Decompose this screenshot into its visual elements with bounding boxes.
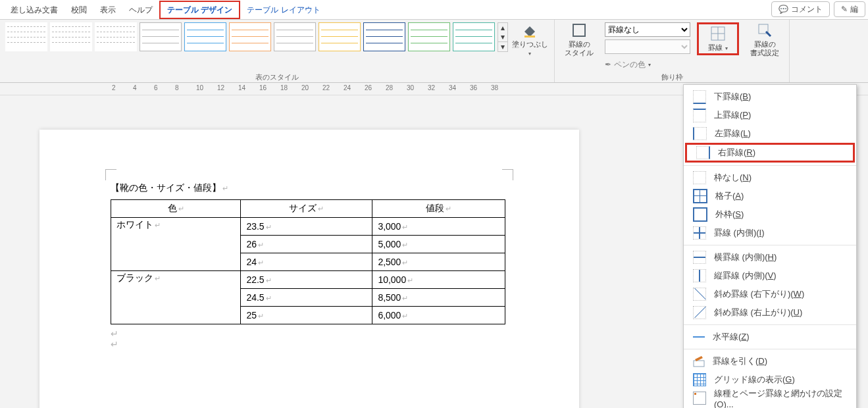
menu-top-border[interactable]: 上罫線(P) xyxy=(684,106,856,124)
td-color[interactable]: ホワイト↵ xyxy=(111,218,241,271)
menu-separator xyxy=(684,324,856,325)
td-size[interactable]: 22.5↵ xyxy=(241,271,372,289)
edit-button[interactable]: ✎ 編 xyxy=(834,1,865,17)
table-row[interactable]: ホワイト↵ 23.5↵ 3,000↵ xyxy=(111,218,505,236)
left-border-icon xyxy=(693,127,707,140)
borders-dropdown-menu: 下罫線(B) 上罫線(P) 左罫線(L) 右罫線(R) 枠なし(N) 格子(A)… xyxy=(683,84,857,408)
table-style-grid-6[interactable] xyxy=(363,22,405,51)
table-style-grid-1[interactable] xyxy=(140,22,182,51)
svg-rect-0 xyxy=(524,36,535,38)
border-options-stack: 罫線なし ✒ ペンの色 ▾ xyxy=(605,22,690,72)
table-style-gallery-expand[interactable]: ▴ ▾ ▾ xyxy=(498,22,508,52)
table-header-row[interactable]: 色↵ サイズ↵ 値段↵ xyxy=(111,200,505,218)
th-price[interactable]: 値段↵ xyxy=(372,200,505,218)
ruler-tick: 4 xyxy=(133,84,137,91)
comment-button[interactable]: 💬 コメント xyxy=(771,1,830,17)
ruler-tick: 18 xyxy=(280,84,288,91)
border-format-button[interactable]: 罫線の 書式設定 xyxy=(746,22,784,57)
td-price[interactable]: 8,500↵ xyxy=(372,289,505,307)
page-content[interactable]: 【靴の色・サイズ・値段】↵ 色↵ サイズ↵ 値段↵ ホワイト↵ 23.5↵ 3,… xyxy=(111,182,508,349)
pen-color-button[interactable]: ✒ ペンの色 ▾ xyxy=(605,57,690,72)
ruler-tick: 28 xyxy=(386,84,393,91)
menu-outside-borders[interactable]: 外枠(S) xyxy=(684,205,856,224)
ribbon-tabs: 差し込み文書 校閲 表示 ヘルプ テーブル デザイン テーブル レイアウト xyxy=(0,0,868,20)
ruler-tick: 12 xyxy=(217,84,224,91)
pencil-icon: ✎ xyxy=(841,5,848,14)
margin-corner-tl xyxy=(105,169,116,180)
tab-mailings[interactable]: 差し込み文書 xyxy=(4,0,64,20)
menu-diagonal-down[interactable]: 斜め罫線 (右下がり)(W) xyxy=(684,285,856,303)
menu-all-borders[interactable]: 格子(A) xyxy=(684,187,856,205)
paragraph-mark: ↵ xyxy=(111,339,508,349)
shading-button[interactable]: 塗りつぶし ▾ xyxy=(511,22,549,57)
table-row[interactable]: ブラック↵ 22.5↵ 10,000↵ xyxy=(111,271,505,289)
ruler-tick: 6 xyxy=(154,84,158,91)
table-style-plain-1[interactable] xyxy=(5,22,47,51)
border-weight-select[interactable] xyxy=(605,39,690,54)
menu-inside-horizontal[interactable]: 横罫線 (内側)(H) xyxy=(684,248,856,267)
no-border-icon xyxy=(693,171,706,184)
border-styles-button[interactable]: 罫線の スタイル xyxy=(560,22,598,57)
tab-table-layout[interactable]: テーブル レイアウト xyxy=(240,0,326,20)
table-style-grid-3[interactable] xyxy=(229,22,271,51)
td-price[interactable]: 3,000↵ xyxy=(372,218,505,236)
td-size[interactable]: 24.5↵ xyxy=(241,289,372,307)
menu-inside-vertical[interactable]: 縦罫線 (内側)(V) xyxy=(684,267,856,285)
ruler-tick: 22 xyxy=(322,84,330,91)
menu-horizontal-line[interactable]: 水平線(Z) xyxy=(684,328,856,346)
ruler-tick: 8 xyxy=(175,84,179,91)
table-style-grid-4[interactable] xyxy=(274,22,316,51)
tab-view[interactable]: 表示 xyxy=(93,0,122,20)
tab-table-design[interactable]: テーブル デザイン xyxy=(159,1,240,19)
menu-view-gridlines[interactable]: グリッド線の表示(G) xyxy=(684,370,856,389)
table-style-grid-8[interactable] xyxy=(453,22,495,51)
diagonal-down-icon xyxy=(693,288,706,301)
menu-draw-border[interactable]: 罫線を引く(D) xyxy=(684,352,856,370)
document-title-line[interactable]: 【靴の色・サイズ・値段】↵ xyxy=(111,182,508,194)
table-style-grid-7[interactable] xyxy=(408,22,450,51)
borders-icon xyxy=(710,26,726,41)
td-color[interactable]: ブラック↵ xyxy=(111,271,241,324)
menu-borders-and-shading-dialog[interactable]: 線種とページ罫線と網かけの設定(O)... xyxy=(684,389,856,407)
td-size[interactable]: 26↵ xyxy=(241,236,372,253)
menu-diagonal-up[interactable]: 斜め罫線 (右上がり)(U) xyxy=(684,303,856,322)
menu-right-border[interactable]: 右罫線(R) xyxy=(685,143,855,163)
borders-dialog-icon xyxy=(693,392,706,405)
td-price[interactable]: 6,000↵ xyxy=(372,307,505,324)
page: 【靴の色・サイズ・値段】↵ 色↵ サイズ↵ 値段↵ ホワイト↵ 23.5↵ 3,… xyxy=(39,130,579,408)
border-type-select[interactable]: 罫線なし xyxy=(605,22,690,37)
bottom-border-icon xyxy=(693,90,706,104)
th-color[interactable]: 色↵ xyxy=(111,200,241,218)
menu-no-border[interactable]: 枠なし(N) xyxy=(684,168,856,187)
td-price[interactable]: 2,500↵ xyxy=(372,253,505,271)
borders-button[interactable]: 罫線 ▾ xyxy=(697,22,739,55)
tab-review[interactable]: 校閲 xyxy=(64,0,93,20)
td-price[interactable]: 5,000↵ xyxy=(372,236,505,253)
table-style-plain-3[interactable] xyxy=(95,22,137,51)
shoe-table[interactable]: 色↵ サイズ↵ 値段↵ ホワイト↵ 23.5↵ 3,000↵ 26↵ 5,000… xyxy=(111,199,505,324)
group-borders-frame: 罫線の スタイル 罫線なし ✒ ペンの色 ▾ xyxy=(555,20,790,82)
td-size[interactable]: 25↵ xyxy=(241,307,372,324)
menu-separator xyxy=(684,349,856,349)
td-size[interactable]: 24↵ xyxy=(241,253,372,271)
table-style-grid-2[interactable] xyxy=(184,22,226,51)
paragraph-mark: ↵ xyxy=(222,184,228,192)
table-style-plain-2[interactable] xyxy=(50,22,92,51)
menu-inside-borders[interactable]: 罫線 (内側)(I) xyxy=(684,224,856,242)
inside-borders-icon xyxy=(693,226,706,240)
border-styles-label: 罫線の スタイル xyxy=(565,40,594,57)
th-size[interactable]: サイズ↵ xyxy=(241,200,372,218)
tab-help[interactable]: ヘルプ xyxy=(122,0,159,20)
menu-left-border[interactable]: 左罫線(L) xyxy=(684,124,856,143)
table-style-grid-5[interactable] xyxy=(319,22,361,51)
paragraph-mark: ↵ xyxy=(111,328,508,339)
outside-borders-icon xyxy=(693,207,707,222)
margin-corner-tr xyxy=(502,169,513,180)
td-size[interactable]: 23.5↵ xyxy=(241,218,372,236)
ruler-tick: 36 xyxy=(470,84,477,91)
bucket-icon xyxy=(522,22,538,38)
menu-bottom-border[interactable]: 下罫線(B) xyxy=(684,88,856,106)
ribbon: ▴ ▾ ▾ 塗りつぶし ▾ 表のスタイル 罫線の スタイル xyxy=(0,20,868,83)
td-price[interactable]: 10,000↵ xyxy=(372,271,505,289)
ruler-tick: 14 xyxy=(238,84,245,91)
